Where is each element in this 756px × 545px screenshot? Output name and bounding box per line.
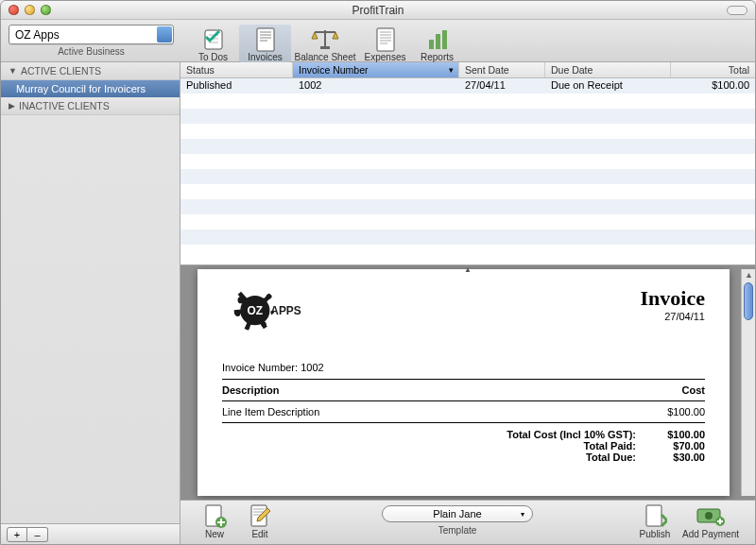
zoom-icon[interactable] bbox=[41, 5, 51, 15]
table-body: Published 1002 27/04/11 Due on Receipt $… bbox=[180, 78, 755, 265]
invoice-document: OZ APPS Invoice 27/04/11 Invoice Number:… bbox=[198, 269, 730, 496]
template-select[interactable]: Plain Jane bbox=[382, 505, 533, 522]
window-title: ProfitTrain bbox=[352, 4, 404, 17]
edit-document-icon bbox=[248, 502, 272, 529]
minimize-icon[interactable] bbox=[25, 5, 35, 15]
sidebar-section-active[interactable]: ▼ ACTIVE CLIENTS bbox=[1, 62, 180, 80]
sidebar: ▼ ACTIVE CLIENTS Murray Council for Invo… bbox=[1, 62, 180, 544]
traffic-lights bbox=[9, 5, 51, 15]
bottom-toolbar: New Edit Plain Jane Template bbox=[180, 500, 755, 544]
table-header: Status Invoice Number Sent Date Due Date… bbox=[180, 62, 755, 78]
invoice-table: Status Invoice Number Sent Date Due Date… bbox=[180, 62, 755, 265]
new-document-icon bbox=[202, 502, 227, 529]
publish-button[interactable]: Publish bbox=[632, 502, 678, 539]
active-business-select[interactable]: OZ Apps bbox=[9, 25, 174, 44]
col-total[interactable]: Total bbox=[671, 62, 755, 77]
toolbar-invoices[interactable]: Invoices bbox=[239, 25, 291, 62]
toolbar-todos[interactable]: To Dos bbox=[187, 25, 239, 62]
add-client-button[interactable]: + bbox=[7, 527, 27, 542]
active-business-value: OZ Apps bbox=[15, 28, 60, 42]
new-invoice-button[interactable]: New bbox=[192, 502, 237, 539]
toolbar-reports[interactable]: Reports bbox=[411, 25, 463, 62]
sidebar-client-item[interactable]: Murray Council for Invoicers bbox=[1, 80, 180, 97]
invoice-preview-panel: ▲ OZ bbox=[180, 265, 755, 500]
sidebar-section-inactive[interactable]: ▶ INACTIVE CLIENTS bbox=[1, 97, 180, 115]
col-sent-date[interactable]: Sent Date bbox=[459, 62, 545, 77]
titlebar: ProfitTrain bbox=[1, 1, 755, 20]
line-item-desc: Line Item Description bbox=[222, 404, 571, 419]
totals-block: Total Cost (Incl 10% GST):$100.00 Total … bbox=[222, 429, 705, 463]
publish-icon bbox=[643, 502, 667, 529]
toolbar-toggle-pill[interactable] bbox=[727, 6, 747, 15]
svg-text:OZ: OZ bbox=[248, 304, 264, 317]
col-cost: Cost bbox=[566, 383, 705, 398]
checkmark-icon bbox=[202, 27, 225, 52]
template-label: Template bbox=[438, 525, 477, 536]
edit-invoice-button[interactable]: Edit bbox=[237, 502, 283, 539]
invoice-icon bbox=[255, 27, 276, 52]
toolbar-expenses[interactable]: Expenses bbox=[359, 25, 411, 62]
invoice-date: 27/04/11 bbox=[641, 311, 705, 322]
disclosure-triangle-icon: ▼ bbox=[9, 66, 17, 76]
line-item-cost: $100.00 bbox=[571, 404, 705, 419]
money-icon bbox=[696, 502, 725, 529]
logo-text: APPS bbox=[270, 304, 301, 317]
sidebar-footer: + – bbox=[1, 523, 180, 544]
table-row[interactable]: Published 1002 27/04/11 Due on Receipt $… bbox=[180, 78, 755, 94]
svg-point-22 bbox=[705, 512, 713, 519]
scroll-thumb[interactable] bbox=[744, 282, 753, 320]
disclosure-triangle-icon: ▶ bbox=[9, 101, 15, 111]
col-description: Description bbox=[222, 383, 566, 398]
svg-rect-4 bbox=[320, 46, 330, 49]
svg-rect-8 bbox=[442, 30, 447, 49]
add-payment-button[interactable]: Add Payment bbox=[678, 502, 744, 539]
bar-chart-icon bbox=[426, 27, 449, 52]
toolbar-balance-sheet[interactable]: Balance Sheet bbox=[291, 25, 359, 62]
invoice-heading: Invoice bbox=[641, 286, 705, 311]
svg-rect-20 bbox=[646, 505, 662, 526]
col-due-date[interactable]: Due Date bbox=[545, 62, 671, 77]
remove-client-button[interactable]: – bbox=[27, 527, 48, 542]
svg-rect-7 bbox=[436, 34, 440, 49]
scale-icon bbox=[311, 27, 339, 52]
col-invoice-number[interactable]: Invoice Number bbox=[293, 62, 459, 77]
active-business-label: Active Business bbox=[9, 46, 174, 57]
receipt-icon bbox=[375, 27, 396, 52]
preview-scrollbar[interactable]: ▲ bbox=[741, 269, 755, 496]
col-status[interactable]: Status bbox=[180, 62, 293, 77]
toolbar: OZ Apps Active Business To Dos Invoices … bbox=[1, 20, 755, 62]
scroll-up-icon[interactable]: ▲ bbox=[745, 270, 753, 280]
invoice-number-label: Invoice Number: bbox=[222, 362, 298, 373]
invoice-number-value: 1002 bbox=[301, 362, 323, 373]
window: ProfitTrain OZ Apps Active Business To D… bbox=[0, 0, 756, 545]
company-logo: OZ APPS bbox=[222, 286, 326, 343]
svg-rect-6 bbox=[429, 40, 434, 49]
main-content: Status Invoice Number Sent Date Due Date… bbox=[180, 62, 755, 544]
splitter-handle[interactable]: ▲ bbox=[464, 265, 472, 274]
close-icon[interactable] bbox=[9, 5, 19, 15]
